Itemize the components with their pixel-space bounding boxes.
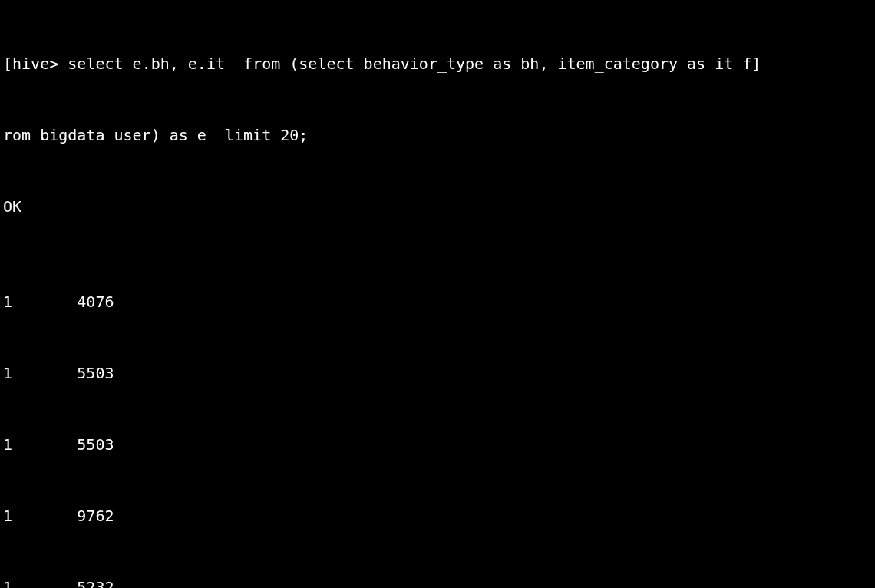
result-row: 15503 (0, 433, 875, 457)
result-row: 15232 (0, 576, 875, 588)
col-it: 5503 (77, 362, 114, 385)
status-ok: OK (0, 195, 875, 219)
col-it: 9762 (77, 504, 114, 528)
query-text-line1: select e.bh, e.it from (select behavior_… (68, 55, 751, 73)
col-bh: 1 (3, 290, 77, 314)
terminal-output[interactable]: [hive> select e.bh, e.it from (select be… (0, 0, 875, 588)
result-row: 14076 (0, 290, 875, 314)
result-row: 19762 (0, 504, 875, 528)
query-line-2: rom bigdata_user) as e limit 20; (0, 124, 875, 147)
query-text-line2: rom bigdata_user) as e limit 20; (3, 126, 308, 144)
col-bh: 1 (3, 576, 77, 588)
col-bh: 1 (3, 362, 77, 385)
col-bh: 1 (3, 433, 77, 457)
prompt-open: [hive> (3, 55, 68, 73)
col-it: 5232 (77, 576, 114, 588)
col-it: 4076 (77, 290, 114, 314)
result-row: 15503 (0, 362, 875, 385)
line1-close-bracket: ] (751, 55, 761, 73)
col-bh: 1 (3, 504, 77, 528)
ok-text: OK (3, 197, 21, 216)
query-line-1: [hive> select e.bh, e.it from (select be… (0, 52, 875, 76)
col-it: 5503 (77, 433, 114, 457)
